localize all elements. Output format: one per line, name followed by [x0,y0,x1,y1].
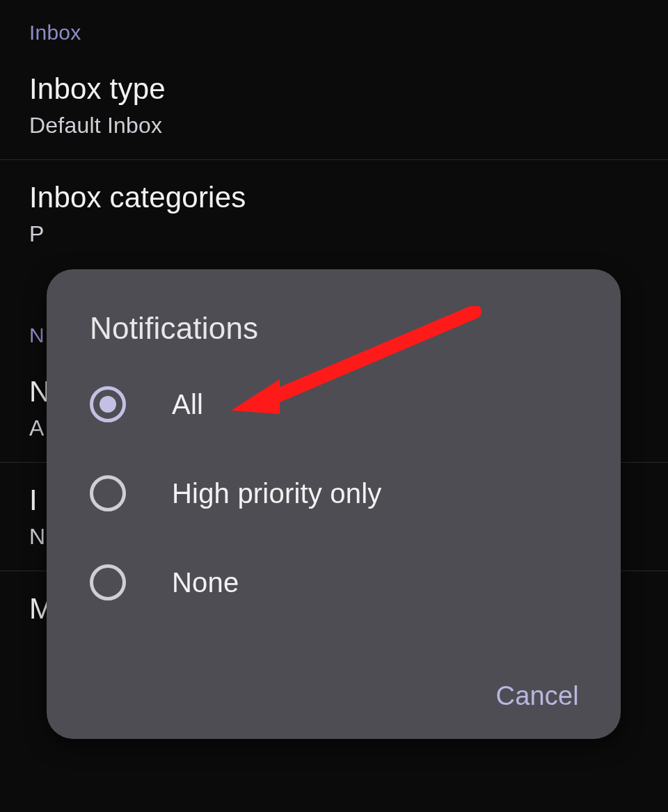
setting-title: Inbox categories [29,181,639,214]
setting-inbox-type[interactable]: Inbox type Default Inbox [0,51,668,159]
setting-inbox-categories[interactable]: Inbox categories P [0,160,668,268]
section-header-inbox: Inbox [0,0,668,51]
radio-option-all[interactable]: All [47,360,621,449]
dialog-title: Notifications [47,269,621,360]
radio-icon [90,475,126,511]
radio-label: None [172,567,239,598]
setting-subtitle: P [29,221,639,247]
notifications-dialog: Notifications All High priority only Non… [47,269,621,739]
radio-label: All [172,389,203,420]
radio-icon [90,386,126,422]
cancel-button[interactable]: Cancel [496,681,580,710]
radio-option-high-priority[interactable]: High priority only [47,449,621,538]
radio-icon [90,564,126,600]
dialog-actions: Cancel [496,681,580,711]
radio-option-none[interactable]: None [47,538,621,627]
radio-label: High priority only [172,478,382,509]
setting-subtitle: Default Inbox [29,113,639,138]
setting-title: Inbox type [29,72,639,106]
